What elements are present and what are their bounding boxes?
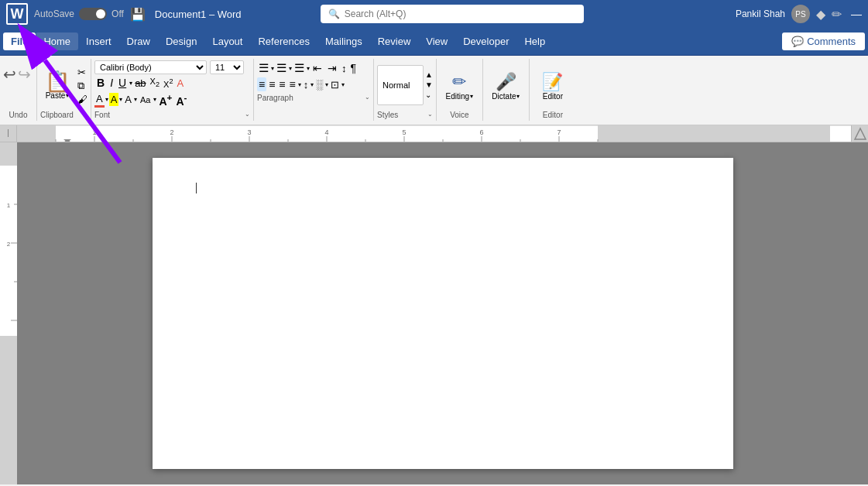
styles-expand-icon[interactable]: ⌄ xyxy=(427,111,433,119)
underline-button[interactable]: U xyxy=(116,76,129,90)
menu-item-layout[interactable]: Layout xyxy=(204,33,250,50)
autosave-toggle[interactable] xyxy=(79,8,107,20)
subscript-button[interactable]: X2 xyxy=(149,76,161,89)
word-logo: W xyxy=(6,3,28,25)
undo-button[interactable]: ↩ xyxy=(3,65,16,84)
menu-item-design[interactable]: Design xyxy=(158,33,204,50)
paragraph-group: ☰ ▾ ☰ ▾ ☰ ▾ ⇤ ⇥ ↕ ¶ ≡ ≡ ≡ ≡ ▾ ↕ ▾ ░ xyxy=(254,59,374,121)
dictate-button[interactable]: 🎤 Dictate ▾ xyxy=(486,60,526,109)
menu-item-home[interactable]: Home xyxy=(36,33,78,50)
svg-rect-2 xyxy=(598,125,830,142)
shading-button[interactable]: ░ xyxy=(314,78,324,91)
comments-button[interactable]: 💬 Comments xyxy=(782,33,865,50)
ruler-corner-left: ⏐ xyxy=(0,125,17,142)
editing-button[interactable]: ✏ Editing ▾ xyxy=(440,60,479,109)
svg-text:2: 2 xyxy=(7,241,11,248)
doc-title: Document1 – Word xyxy=(155,9,242,20)
align-left-button[interactable]: ≡ xyxy=(257,77,266,91)
minimize-button[interactable]: — xyxy=(851,8,862,20)
page xyxy=(153,158,733,469)
ruler-end-icon xyxy=(852,125,868,142)
cut-button[interactable]: ✂ xyxy=(77,67,87,78)
styles-selector[interactable]: Normal xyxy=(377,65,424,105)
font-size-select[interactable]: 11 xyxy=(210,60,244,74)
svg-rect-1 xyxy=(17,125,56,142)
pen-icon[interactable]: ✏ xyxy=(832,7,842,22)
undo-group: ↩ ↪ Undo xyxy=(0,59,37,121)
show-marks-button[interactable]: ¶ xyxy=(349,61,359,75)
svg-text:4: 4 xyxy=(324,128,328,136)
clipboard-expand[interactable]: ⌄ xyxy=(82,111,87,119)
dictate-label: Dictate xyxy=(492,92,516,101)
paragraph-group-label: Paragraph ⌄ xyxy=(257,93,370,104)
menu-item-insert[interactable]: Insert xyxy=(78,33,119,50)
menu-item-file[interactable]: File xyxy=(3,33,36,50)
svg-rect-26 xyxy=(0,142,17,166)
multilevel-button[interactable]: ☰ xyxy=(293,60,306,76)
styles-expand[interactable]: ⌄ xyxy=(425,91,433,99)
styles-group-label: Styles ⌄ xyxy=(377,110,433,121)
doc-canvas[interactable] xyxy=(17,142,868,484)
increase-font-button[interactable]: A+ xyxy=(157,91,173,108)
menu-item-review[interactable]: Review xyxy=(370,33,419,50)
change-case-button[interactable]: Aa xyxy=(138,94,153,105)
decrease-indent-button[interactable]: ⇤ xyxy=(310,61,324,75)
toggle-knob xyxy=(96,9,105,19)
align-right-button[interactable]: ≡ xyxy=(277,77,286,91)
copy-button[interactable]: ⧉ xyxy=(77,80,87,92)
title-bar: W AutoSave Off 💾 Document1 – Word 🔍 Pank… xyxy=(0,0,868,28)
dictate-group: 🎤 Dictate ▾ . xyxy=(483,59,530,121)
highlight-button[interactable]: A xyxy=(109,93,119,106)
svg-rect-28 xyxy=(0,336,17,484)
editor-group-label: Editor xyxy=(533,109,573,121)
superscript-button[interactable]: X2 xyxy=(162,77,174,90)
comments-icon: 💬 xyxy=(791,36,804,47)
menu-item-help[interactable]: Help xyxy=(516,33,553,50)
styles-scroll-down[interactable]: ▼ xyxy=(425,80,433,89)
svg-text:6: 6 xyxy=(479,128,483,136)
editor-button[interactable]: 📝 Editor xyxy=(533,60,573,109)
strikethrough-button[interactable]: ab xyxy=(133,77,147,90)
menu-item-mailings[interactable]: Mailings xyxy=(317,33,370,50)
paragraph-expand[interactable]: ⌄ xyxy=(365,94,370,102)
numbering-button[interactable]: ☰ xyxy=(275,60,288,76)
bold-button[interactable]: B xyxy=(94,76,107,90)
save-icon[interactable]: 💾 xyxy=(130,7,146,22)
menu-item-references[interactable]: References xyxy=(250,33,317,50)
diamond-icon[interactable]: ◆ xyxy=(816,7,825,22)
sort-button[interactable]: ↕ xyxy=(340,62,348,75)
decrease-font-button[interactable]: A- xyxy=(174,91,188,108)
increase-indent-button[interactable]: ⇥ xyxy=(325,61,339,75)
redo-button[interactable]: ↪ xyxy=(18,65,31,84)
format-painter-button[interactable]: 🖌 xyxy=(77,94,87,105)
comments-label: Comments xyxy=(807,36,856,47)
borders-button[interactable]: ⊡ xyxy=(329,78,341,91)
autosave-label: AutoSave xyxy=(34,9,74,19)
svg-text:7: 7 xyxy=(557,128,561,136)
justify-button[interactable]: ≡ xyxy=(288,77,297,91)
menu-item-view[interactable]: View xyxy=(418,33,455,50)
align-center-button[interactable]: ≡ xyxy=(267,77,276,91)
bullets-button[interactable]: ☰ xyxy=(257,60,270,76)
clear-formatting-button[interactable]: A xyxy=(175,77,185,90)
styles-scroll-up[interactable]: ▲ xyxy=(425,70,433,79)
ruler-corner-right xyxy=(851,125,868,142)
font-expand[interactable]: ⌄ xyxy=(245,111,250,119)
font-name-select[interactable]: Calibri (Body) xyxy=(94,60,207,74)
svg-text:2: 2 xyxy=(170,128,173,136)
italic-button[interactable]: I xyxy=(108,76,115,90)
line-spacing-button[interactable]: ↕ xyxy=(302,78,310,91)
editing-group: ✏ Editing ▾ Voice xyxy=(437,59,483,121)
menu-item-developer[interactable]: Developer xyxy=(455,33,516,50)
text-effects-button[interactable]: A xyxy=(123,93,133,106)
document-area: 1 2 xyxy=(0,142,868,484)
menu-item-draw[interactable]: Draw xyxy=(119,33,158,50)
editing-label: Editing xyxy=(446,92,470,101)
search-input[interactable] xyxy=(345,9,576,19)
font-color-button[interactable]: A xyxy=(94,92,105,108)
font-group-label: Font ⌄ xyxy=(94,110,250,121)
search-bar[interactable]: 🔍 xyxy=(321,5,584,23)
ribbon: ↩ ↪ Undo 📋 Paste ▾ ✂ ⧉ � xyxy=(0,56,868,125)
svg-rect-27 xyxy=(0,166,17,336)
paste-button[interactable]: 📋 Paste ▾ xyxy=(40,62,74,110)
